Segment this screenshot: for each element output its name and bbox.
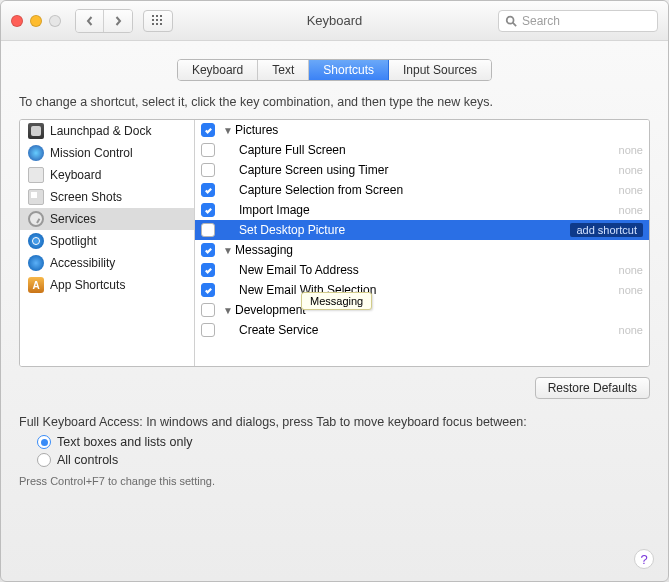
checkbox[interactable] [201, 323, 215, 337]
grid-icon [152, 15, 164, 27]
radio-icon [37, 435, 51, 449]
restore-defaults-button[interactable]: Restore Defaults [535, 377, 650, 399]
checkbox[interactable] [201, 263, 215, 277]
titlebar: Keyboard Search [1, 1, 668, 41]
back-button[interactable] [76, 10, 104, 32]
cat-mission-control[interactable]: Mission Control [20, 142, 194, 164]
group-messaging[interactable]: ▼Messaging [195, 240, 649, 260]
shortcut-value[interactable]: none [619, 164, 643, 176]
row-create-service[interactable]: Create Servicenone [195, 320, 649, 340]
cat-keyboard[interactable]: Keyboard [20, 164, 194, 186]
shortcut-value[interactable]: none [619, 204, 643, 216]
radio-text-boxes[interactable]: Text boxes and lists only [37, 435, 650, 449]
shortcut-value[interactable]: none [619, 144, 643, 156]
keyboard-icon [28, 167, 44, 183]
cat-launchpad-dock[interactable]: Launchpad & Dock [20, 120, 194, 142]
checkbox[interactable] [201, 243, 215, 257]
chevron-down-icon[interactable]: ▼ [223, 245, 233, 256]
shortcut-panes: Launchpad & Dock Mission Control Keyboar… [19, 119, 650, 367]
checkbox[interactable] [201, 163, 215, 177]
mission-control-icon [28, 145, 44, 161]
chevron-down-icon[interactable]: ▼ [223, 305, 233, 316]
shortcut-value[interactable]: none [619, 324, 643, 336]
radio-icon [37, 453, 51, 467]
category-list[interactable]: Launchpad & Dock Mission Control Keyboar… [20, 120, 195, 366]
shortcut-value[interactable]: none [619, 284, 643, 296]
search-icon [505, 15, 517, 27]
row-capture-timer[interactable]: Capture Screen using Timernone [195, 160, 649, 180]
close-icon[interactable] [11, 15, 23, 27]
cat-services[interactable]: Services [20, 208, 194, 230]
checkbox[interactable] [201, 303, 215, 317]
accessibility-icon [28, 255, 44, 271]
shortcut-list[interactable]: ▼Pictures Capture Full Screennone Captur… [195, 120, 649, 366]
row-capture-full-screen[interactable]: Capture Full Screennone [195, 140, 649, 160]
intro-text: To change a shortcut, select it, click t… [19, 95, 650, 109]
svg-point-0 [507, 16, 514, 23]
shortcut-value[interactable]: add shortcut [570, 223, 643, 237]
checkbox[interactable] [201, 143, 215, 157]
tab-text[interactable]: Text [258, 60, 309, 80]
search-field[interactable]: Search [498, 10, 658, 32]
cat-accessibility[interactable]: Accessibility [20, 252, 194, 274]
fka-label: Full Keyboard Access: In windows and dia… [19, 415, 650, 429]
screen-shots-icon [28, 189, 44, 205]
tab-input-sources[interactable]: Input Sources [389, 60, 491, 80]
cat-spotlight[interactable]: Spotlight [20, 230, 194, 252]
search-placeholder: Search [522, 14, 560, 28]
shortcut-value[interactable]: none [619, 264, 643, 276]
show-all-button[interactable] [143, 10, 173, 32]
shortcut-value[interactable]: none [619, 184, 643, 196]
group-development[interactable]: ▼Development [195, 300, 649, 320]
segmented-control: Keyboard Text Shortcuts Input Sources [177, 59, 492, 81]
checkbox[interactable] [201, 183, 215, 197]
checkbox[interactable] [201, 223, 215, 237]
minimize-icon[interactable] [30, 15, 42, 27]
svg-line-1 [513, 22, 516, 25]
checkbox[interactable] [201, 283, 215, 297]
row-import-image[interactable]: Import Imagenone [195, 200, 649, 220]
spotlight-icon [28, 233, 44, 249]
row-capture-selection[interactable]: Capture Selection from Screennone [195, 180, 649, 200]
cat-app-shortcuts[interactable]: App Shortcuts [20, 274, 194, 296]
nav-buttons [75, 9, 133, 33]
cat-screen-shots[interactable]: Screen Shots [20, 186, 194, 208]
traffic-lights [11, 15, 61, 27]
tab-keyboard[interactable]: Keyboard [178, 60, 258, 80]
forward-button[interactable] [104, 10, 132, 32]
zoom-icon[interactable] [49, 15, 61, 27]
chevron-down-icon[interactable]: ▼ [223, 125, 233, 136]
keyboard-prefs-window: Keyboard Search Keyboard Text Shortcuts … [0, 0, 669, 582]
radio-all-controls[interactable]: All controls [37, 453, 650, 467]
fka-hint: Press Control+F7 to change this setting. [19, 475, 650, 487]
checkbox[interactable] [201, 123, 215, 137]
row-new-email-address[interactable]: New Email To Addressnone [195, 260, 649, 280]
row-new-email-selection[interactable]: New Email With Selectionnone [195, 280, 649, 300]
group-pictures[interactable]: ▼Pictures [195, 120, 649, 140]
fka-radios: Text boxes and lists only All controls [37, 435, 650, 467]
row-set-desktop-picture[interactable]: Set Desktop Pictureadd shortcut [195, 220, 649, 240]
restore-row: Restore Defaults [19, 377, 650, 399]
tab-shortcuts[interactable]: Shortcuts [309, 60, 389, 80]
tab-bar: Keyboard Text Shortcuts Input Sources [19, 59, 650, 81]
content: Keyboard Text Shortcuts Input Sources To… [1, 41, 668, 499]
app-shortcuts-icon [28, 277, 44, 293]
tooltip: Messaging [301, 292, 372, 310]
launchpad-icon [28, 123, 44, 139]
checkbox[interactable] [201, 203, 215, 217]
help-button[interactable]: ? [634, 549, 654, 569]
services-icon [28, 211, 44, 227]
